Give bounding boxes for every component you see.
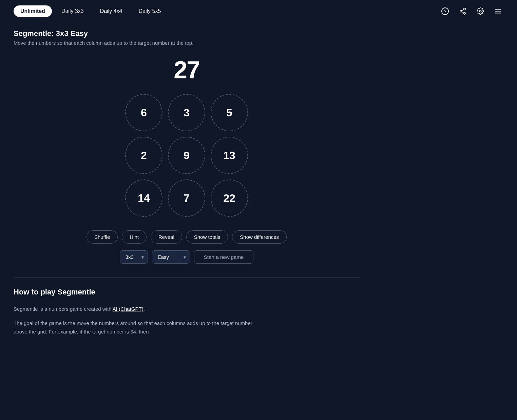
help-icon: ? — [441, 7, 449, 15]
tab-unlimited[interactable]: Unlimited — [14, 5, 52, 17]
svg-point-4 — [464, 13, 466, 14]
tab-daily4x4[interactable]: Daily 4x4 — [93, 5, 129, 17]
how-to-play-section: How to play Segmentle Segmentle is a num… — [14, 288, 360, 336]
how-to-play-para1: Segmentle is a numbers game created with… — [14, 305, 265, 313]
help-icon-button[interactable]: ? — [440, 6, 451, 17]
main-content: Segmentle: 3x3 Easy Move the numbers so … — [0, 22, 373, 348]
chatgpt-link[interactable]: AI (ChatGPT) — [113, 306, 143, 312]
nav-icons: ? — [440, 6, 503, 17]
how-to-play-title: How to play Segmentle — [14, 288, 360, 297]
cell-2-1[interactable]: 7 — [168, 179, 205, 217]
cell-0-2[interactable]: 5 — [211, 94, 248, 131]
navbar: Unlimited Daily 3x3 Daily 4x4 Daily 5x5 … — [0, 0, 517, 22]
cell-1-0[interactable]: 2 — [125, 137, 162, 174]
target-number: 27 — [14, 56, 360, 84]
action-buttons: Shuffle Hint Reveal Show totals Show dif… — [14, 230, 360, 244]
share-icon — [459, 7, 466, 15]
menu-icon-button[interactable] — [493, 6, 503, 17]
page-subtitle: Move the numbers so that each column add… — [14, 40, 360, 46]
grid-size-select[interactable]: 3x3 4x4 5x5 — [120, 250, 148, 264]
svg-line-5 — [462, 12, 464, 13]
cell-2-0[interactable]: 14 — [125, 179, 162, 217]
gear-icon — [477, 7, 484, 15]
reveal-button[interactable]: Reveal — [151, 230, 182, 244]
section-divider — [14, 277, 360, 278]
svg-point-2 — [464, 8, 466, 10]
hint-button[interactable]: Hint — [122, 230, 147, 244]
shuffle-button[interactable]: Shuffle — [87, 230, 118, 244]
page-title: Segmentle: 3x3 Easy — [14, 29, 360, 38]
grid-size-wrapper: 3x3 4x4 5x5 ▾ — [120, 250, 148, 264]
difficulty-select[interactable]: Easy Medium Hard — [152, 250, 190, 264]
cell-1-1[interactable]: 9 — [168, 137, 205, 174]
settings-icon-button[interactable] — [475, 6, 486, 17]
cell-0-1[interactable]: 3 — [168, 94, 205, 131]
show-totals-button[interactable]: Show totals — [186, 230, 228, 244]
game-controls: 3x3 4x4 5x5 ▾ Easy Medium Hard ▾ Start a… — [14, 250, 360, 264]
hamburger-icon — [494, 7, 502, 15]
difficulty-wrapper: Easy Medium Hard ▾ — [152, 250, 190, 264]
svg-point-7 — [479, 10, 481, 12]
cell-1-2[interactable]: 13 — [211, 137, 248, 174]
game-grid: 6 3 5 2 9 13 14 7 22 — [14, 94, 360, 217]
svg-point-3 — [460, 10, 462, 12]
cell-0-0[interactable]: 6 — [125, 94, 162, 131]
svg-line-6 — [462, 9, 464, 11]
cell-2-2[interactable]: 22 — [211, 179, 248, 217]
tab-daily5x5[interactable]: Daily 5x5 — [132, 5, 168, 17]
how-to-play-para1-prefix: Segmentle is a numbers game created with — [14, 306, 113, 312]
tab-daily3x3[interactable]: Daily 3x3 — [55, 5, 91, 17]
start-new-game-button[interactable]: Start a new game — [194, 250, 254, 264]
show-differences-button[interactable]: Show differences — [232, 230, 287, 244]
svg-text:?: ? — [444, 9, 446, 14]
how-to-play-para2: The goal of the game is the move the num… — [14, 319, 265, 336]
share-icon-button[interactable] — [457, 6, 468, 17]
how-to-play-para1-suffix: . — [143, 306, 145, 312]
